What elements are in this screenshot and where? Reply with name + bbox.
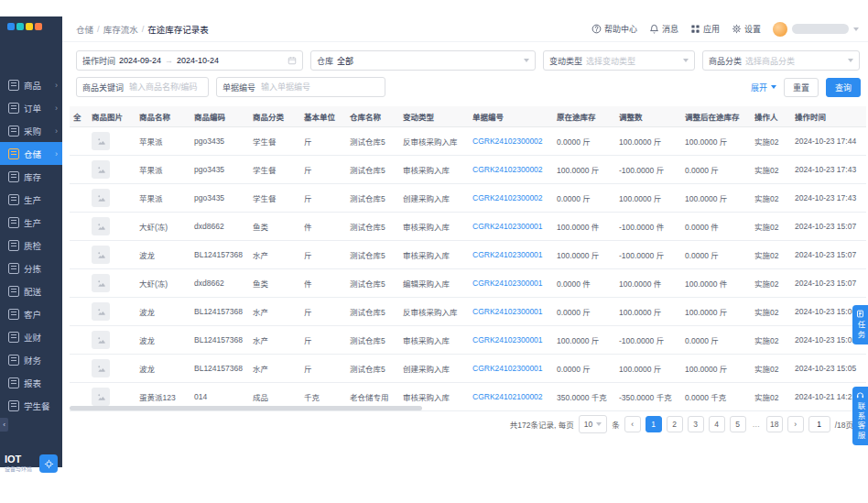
date-range-picker[interactable]: 操作时间 2024-09-24 → 2024-10-24 bbox=[76, 50, 303, 71]
cell-doc-number: CGRK24102300002 bbox=[469, 184, 553, 213]
doc-number-link[interactable]: CGRK24102100002 bbox=[472, 392, 543, 401]
doc-number-link[interactable]: CGRK24102300001 bbox=[472, 307, 543, 316]
student-meal-icon bbox=[8, 400, 19, 411]
page-button-5[interactable]: 5 bbox=[730, 416, 746, 432]
settings-icon bbox=[732, 24, 742, 34]
horizontal-scrollbar[interactable] bbox=[70, 406, 866, 410]
column-header-6[interactable]: 变动类型 bbox=[399, 106, 469, 127]
row-select-cell[interactable] bbox=[70, 355, 88, 383]
category-select[interactable]: 商品分类 选择商品分类 bbox=[702, 50, 860, 71]
avatar[interactable] bbox=[773, 22, 787, 37]
topbar-action-label: 消息 bbox=[662, 23, 678, 35]
column-header-12[interactable]: 操作时间 bbox=[793, 106, 866, 127]
sidebar-item-production-1[interactable]: 生产 bbox=[0, 188, 62, 211]
sidebar-item-production-2[interactable]: 生产 bbox=[0, 211, 62, 234]
message-icon bbox=[649, 24, 659, 34]
page-jump-input[interactable] bbox=[808, 416, 830, 432]
user-menu[interactable] bbox=[773, 22, 859, 37]
prev-page-button[interactable]: ‹ bbox=[624, 416, 641, 432]
column-header-5[interactable]: 仓库名称 bbox=[346, 106, 399, 127]
breadcrumb-item[interactable]: 库存流水 bbox=[103, 23, 138, 36]
product-image-placeholder-icon bbox=[92, 160, 110, 179]
sidebar-item-business-finance[interactable]: 业财 bbox=[0, 325, 62, 348]
row-select-cell[interactable] bbox=[70, 127, 88, 156]
keyword-input-group[interactable]: 商品关键词 bbox=[76, 77, 209, 97]
row-select-cell[interactable] bbox=[70, 213, 88, 241]
doc-number-link[interactable]: CGRK24102300001 bbox=[472, 335, 543, 344]
column-header-1[interactable]: 商品名称 bbox=[136, 106, 190, 127]
row-select-cell[interactable] bbox=[70, 298, 88, 326]
change-type-select[interactable]: 变动类型 选择变动类型 bbox=[543, 50, 695, 71]
column-header-3[interactable]: 商品分类 bbox=[249, 106, 300, 127]
keyword-input[interactable] bbox=[127, 82, 202, 93]
column-header-8[interactable]: 原在途库存 bbox=[553, 106, 615, 127]
column-header-11[interactable]: 操作人 bbox=[751, 106, 793, 127]
row-select-cell[interactable] bbox=[70, 241, 88, 269]
task-float-button[interactable]: 任务 bbox=[852, 305, 868, 344]
doc-number-link[interactable]: CGRK24102300002 bbox=[472, 137, 543, 146]
topbar-action-settings[interactable]: 设置 bbox=[732, 23, 761, 35]
contact-service-float-button[interactable]: 联系客服 bbox=[852, 387, 868, 445]
reset-button[interactable]: 重置 bbox=[784, 78, 819, 97]
row-select-cell[interactable] bbox=[70, 326, 88, 355]
search-button[interactable]: 查询 bbox=[826, 78, 861, 97]
row-select-cell[interactable] bbox=[70, 184, 88, 213]
page-button-4[interactable]: 4 bbox=[709, 416, 725, 432]
column-header-9[interactable]: 调整数 bbox=[615, 106, 681, 127]
sidebar-item-warehouse[interactable]: 仓储› bbox=[0, 142, 62, 165]
sidebar-item-label: 采购 bbox=[24, 125, 41, 137]
row-select-cell[interactable] bbox=[70, 156, 88, 184]
sidebar-item-quality[interactable]: 质检 bbox=[0, 234, 62, 257]
sidebar-item-purchase[interactable]: 采购› bbox=[0, 119, 62, 142]
page-button-18[interactable]: 18 bbox=[766, 416, 783, 432]
chevron-right-icon: › bbox=[55, 149, 58, 159]
sidebar-item-customers[interactable]: 客户 bbox=[0, 302, 62, 325]
breadcrumb-item[interactable]: 仓储 bbox=[76, 23, 93, 36]
page-button-2[interactable]: 2 bbox=[667, 416, 683, 432]
cell-product-image bbox=[88, 298, 136, 326]
column-header-0[interactable]: 商品图片 bbox=[88, 106, 136, 127]
column-header-4[interactable]: 基本单位 bbox=[300, 106, 346, 127]
date-from-value[interactable]: 2024-09-24 bbox=[119, 56, 161, 65]
sidebar-item-finance[interactable]: 财务 bbox=[0, 348, 62, 371]
sidebar-item-student-meal[interactable]: 学生餐 bbox=[0, 394, 62, 417]
doc-number-link[interactable]: CGRK24102300001 bbox=[472, 222, 543, 231]
cell-unit: 斤 bbox=[300, 298, 346, 326]
doc-number-link[interactable]: CGRK24102300001 bbox=[472, 364, 543, 373]
column-header-2[interactable]: 商品编码 bbox=[190, 106, 249, 127]
sidebar-item-inventory[interactable]: 库存 bbox=[0, 165, 62, 188]
cell-operator: 实施02 bbox=[751, 127, 793, 156]
topbar-action-apps[interactable]: 应用 bbox=[690, 23, 720, 35]
sidebar-item-reports[interactable]: 报表 bbox=[0, 371, 62, 394]
cell-product-name: 大虾(冻) bbox=[136, 269, 190, 298]
doc-number-link[interactable]: CGRK24102300001 bbox=[472, 279, 543, 288]
column-header-10[interactable]: 调整后在途库存 bbox=[681, 106, 751, 127]
warehouse-select[interactable]: 仓库 全部 bbox=[310, 50, 536, 71]
row-select-cell[interactable] bbox=[70, 269, 88, 298]
sidebar-item-sorting[interactable]: 分拣 bbox=[0, 257, 62, 279]
select-all-header[interactable]: 全 bbox=[70, 106, 88, 127]
filter-actions: 展开 重置 查询 bbox=[751, 78, 861, 97]
topbar-action-help[interactable]: 帮助中心 bbox=[591, 23, 637, 35]
doc-number-input-group[interactable]: 单据编号 bbox=[216, 77, 385, 97]
sidebar-collapse-button[interactable]: ‹ bbox=[0, 418, 8, 432]
brand-title: IOT bbox=[5, 454, 32, 465]
sidebar-item-orders[interactable]: 订单› bbox=[0, 96, 62, 119]
sidebar-item-delivery[interactable]: 配送 bbox=[0, 279, 62, 302]
doc-number-link[interactable]: CGRK24102300001 bbox=[472, 250, 543, 259]
scrollbar-thumb[interactable] bbox=[70, 406, 422, 410]
date-to-value[interactable]: 2024-10-24 bbox=[177, 56, 219, 65]
next-page-button[interactable]: › bbox=[787, 416, 804, 432]
page-button-3[interactable]: 3 bbox=[688, 416, 704, 432]
doc-number-link[interactable]: CGRK24102300002 bbox=[472, 193, 543, 202]
page-button-1[interactable]: 1 bbox=[646, 416, 662, 432]
expand-toggle[interactable]: 展开 bbox=[751, 82, 776, 93]
topbar-action-message[interactable]: 消息 bbox=[649, 23, 678, 35]
screen: 商品›订单›采购›仓储›库存生产生产质检分拣配送客户业财财务报表学生餐 IOT … bbox=[0, 0, 868, 503]
column-header-7[interactable]: 单据编号 bbox=[469, 106, 553, 127]
page-size-value: 10 bbox=[584, 420, 592, 429]
doc-number-link[interactable]: CGRK24102300002 bbox=[472, 165, 543, 174]
page-size-select[interactable]: 10 bbox=[579, 415, 607, 433]
sidebar-item-goods[interactable]: 商品› bbox=[0, 73, 62, 96]
doc-number-input[interactable] bbox=[259, 82, 379, 93]
